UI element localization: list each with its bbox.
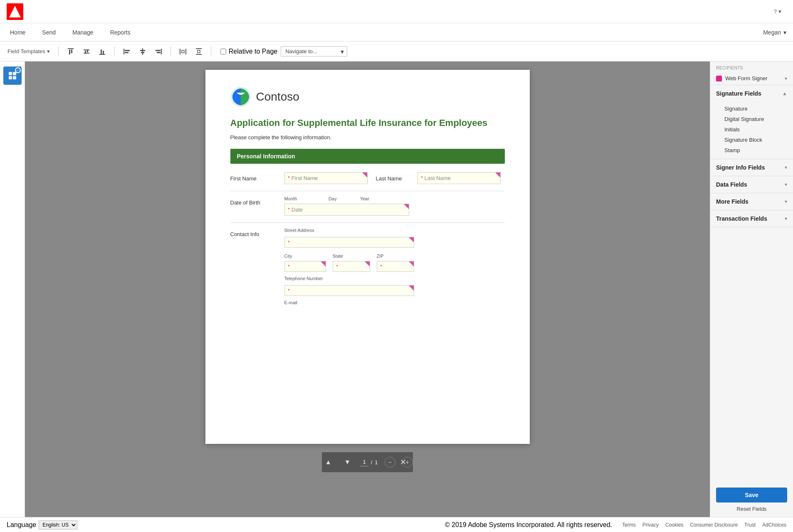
transaction-fields-section: Transaction Fields ▾ [710,210,793,227]
adobe-logo [7,3,23,20]
recipient-row: Web Form Signer ▾ [710,72,793,85]
align-left-btn[interactable] [121,46,133,57]
first-name-corner [362,172,367,177]
stamp-item[interactable]: Stamp [719,145,793,155]
data-fields-section: Data Fields ▾ [710,176,793,193]
align-top-btn[interactable] [64,46,77,57]
relative-to-page-checkbox[interactable] [220,49,226,54]
distribute-v-btn[interactable] [193,46,205,57]
reset-button[interactable]: Reset Fields [716,506,787,512]
more-fields-label: More Fields [716,198,749,205]
street-field[interactable]: * [284,237,414,248]
street-required: * [288,240,290,245]
date-placeholder: Date [292,207,303,213]
recipient-chevron[interactable]: ▾ [785,76,787,81]
first-name-label: First Name [230,172,276,182]
state-required: * [336,264,338,269]
language-dropdown[interactable]: English: US [39,520,77,530]
signature-items: Signature Digital Signature Initials Sig… [710,102,793,159]
digital-signature-item[interactable]: Digital Signature [719,114,793,124]
divider-1 [58,47,59,57]
data-fields-toggle[interactable]: Data Fields ▾ [710,176,793,193]
left-sidebar: ✓ [0,62,25,517]
footer: Language English: US © 2019 Adobe System… [0,517,793,532]
help-chevron: ▾ [778,8,781,15]
next-page-btn[interactable]: ▼ [341,456,353,468]
signer-info-toggle[interactable]: Signer Info Fields ▾ [710,159,793,176]
cookies-link[interactable]: Cookies [665,522,683,528]
svg-rect-1 [68,48,74,49]
dob-label: Date of Birth [230,196,276,206]
zip-group: ZIP * [377,252,414,272]
last-name-field[interactable]: * Last Name [417,172,501,184]
telephone-label: Telephone Number [284,276,414,281]
nav-manage[interactable]: Manage [69,27,97,37]
transaction-fields-toggle[interactable]: Transaction Fields ▾ [710,210,793,227]
align-right-btn[interactable] [152,46,165,57]
distribute-h-btn[interactable] [177,46,189,57]
street-corner [409,237,414,242]
city-label: City [284,254,292,259]
nav-home[interactable]: Home [7,27,29,37]
signature-item[interactable]: Signature [719,103,793,114]
zip-field[interactable]: * [377,261,414,272]
state-field[interactable]: * [333,261,370,272]
state-label: State [333,254,343,259]
footer-right: © 2019 Adobe Systems Incorporated. All r… [445,521,786,529]
dob-row: Date of Birth Month Day Year * Date [230,196,505,216]
company-name: Contoso [256,90,299,103]
svg-rect-10 [103,51,104,54]
align-center-v-btn[interactable] [80,46,93,57]
transaction-fields-label: Transaction Fields [716,215,767,222]
svg-rect-22 [182,50,184,53]
main-layout: ✓ Contoso Application for Supplemental L… [0,62,793,517]
first-name-placeholder: First Name [292,175,318,181]
date-required: * [288,207,290,212]
align-bottom-btn[interactable] [96,46,109,57]
first-name-field[interactable]: * First Name [284,172,368,184]
divider-name [230,191,505,191]
city-field[interactable]: * [284,261,326,272]
svg-rect-28 [9,76,12,79]
telephone-field[interactable]: * [284,285,414,296]
help-button[interactable]: ? ▾ [774,8,781,15]
nav-send[interactable]: Send [39,27,59,37]
align-center-h-btn[interactable] [136,46,149,57]
trust-link[interactable]: Trust [744,522,756,528]
svg-rect-15 [140,50,145,51]
privacy-link[interactable]: Privacy [642,522,659,528]
initials-item[interactable]: Initials [719,124,793,135]
svg-rect-23 [196,48,202,49]
copyright-text: © 2019 Adobe Systems Incorporated. All r… [445,521,612,529]
adchoices-link[interactable]: AdChoices [762,522,786,528]
page-indicator: 1 / 1 [360,458,378,466]
terms-link[interactable]: Terms [622,522,636,528]
signature-fields-toggle[interactable]: Signature Fields ▲ [710,85,793,102]
prev-page-btn[interactable]: ▲ [322,456,334,468]
nav-reports[interactable]: Reports [107,27,134,37]
more-fields-toggle[interactable]: More Fields ▾ [710,193,793,210]
svg-rect-24 [196,54,202,55]
date-field[interactable]: * Date [284,204,409,216]
svg-rect-11 [124,49,124,54]
navigate-dropdown[interactable]: Navigate to... [281,46,347,57]
doc-subtitle: Please complete the following informatio… [230,134,505,140]
svg-rect-14 [142,48,143,55]
field-templates-btn[interactable]: Field Templates ▾ [5,47,52,56]
divider-3 [170,47,171,57]
consumer-disclosure-link[interactable]: Consumer Disclosure [690,522,738,528]
current-page[interactable]: 1 [360,458,368,466]
contoso-icon-svg [230,86,251,107]
recipient-name: Web Form Signer [725,75,781,81]
right-sidebar: RECIPIENTS Web Form Signer ▾ Signature F… [710,62,793,517]
close-btn[interactable]: ✕ [400,458,406,467]
last-name-required: * [421,175,423,180]
form-tool-btn[interactable]: ✓ [3,66,22,85]
signature-block-item[interactable]: Signature Block [719,135,793,145]
zoom-out-btn[interactable]: − [385,457,395,468]
recipient-color-swatch [716,76,722,81]
nav-user[interactable]: Megan ▾ [763,29,786,36]
language-selector: Language English: US [7,520,77,530]
save-button[interactable]: Save [716,488,787,502]
day-label: Day [329,196,337,201]
